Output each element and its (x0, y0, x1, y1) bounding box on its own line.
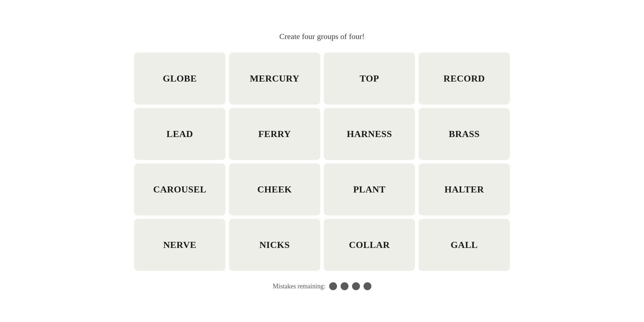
card-gall[interactable]: GALL (419, 219, 510, 271)
card-label-ferry: FERRY (258, 129, 291, 140)
mistakes-label: Mistakes remaining: (273, 283, 325, 290)
card-carousel[interactable]: CAROUSEL (134, 164, 225, 215)
card-label-globe: GLOBE (163, 73, 197, 84)
card-collar[interactable]: COLLAR (324, 219, 415, 271)
card-brass[interactable]: BRASS (419, 108, 510, 160)
subtitle: Create four groups of four! (279, 32, 365, 41)
card-globe[interactable]: GLOBE (134, 53, 225, 104)
mistake-dot-4 (364, 282, 371, 290)
card-nerve[interactable]: NERVE (134, 219, 225, 271)
card-cheek[interactable]: CHEEK (229, 164, 320, 215)
card-label-harness: HARNESS (347, 129, 392, 140)
card-label-nerve: NERVE (163, 240, 196, 250)
card-label-lead: LEAD (166, 129, 193, 140)
card-halter[interactable]: HALTER (419, 164, 510, 215)
card-label-cheek: CHEEK (257, 184, 292, 195)
card-top[interactable]: TOP (324, 53, 415, 104)
card-lead[interactable]: LEAD (134, 108, 225, 160)
mistake-dot-2 (341, 282, 348, 290)
card-label-plant: PLANT (353, 184, 386, 195)
card-label-halter: HALTER (444, 184, 484, 195)
card-label-top: TOP (360, 73, 379, 84)
card-label-carousel: CAROUSEL (153, 184, 206, 195)
card-label-mercury: MERCURY (250, 73, 299, 84)
card-label-brass: BRASS (449, 129, 479, 140)
card-label-nicks: NICKS (259, 240, 290, 250)
card-harness[interactable]: HARNESS (324, 108, 415, 160)
card-ferry[interactable]: FERRY (229, 108, 320, 160)
card-label-record: RECORD (444, 73, 485, 84)
card-nicks[interactable]: NICKS (229, 219, 320, 271)
card-record[interactable]: RECORD (419, 53, 510, 104)
mistake-dot-1 (329, 282, 337, 290)
word-grid: GLOBEMERCURYTOPRECORDLEADFERRYHARNESSBRA… (134, 53, 510, 271)
card-label-gall: GALL (451, 240, 478, 250)
mistake-dot-3 (352, 282, 360, 290)
page-wrapper: Create four groups of four! GLOBEMERCURY… (0, 32, 644, 290)
mistakes-row: Mistakes remaining: (273, 282, 371, 290)
card-label-collar: COLLAR (349, 240, 390, 250)
card-plant[interactable]: PLANT (324, 164, 415, 215)
card-mercury[interactable]: MERCURY (229, 53, 320, 104)
